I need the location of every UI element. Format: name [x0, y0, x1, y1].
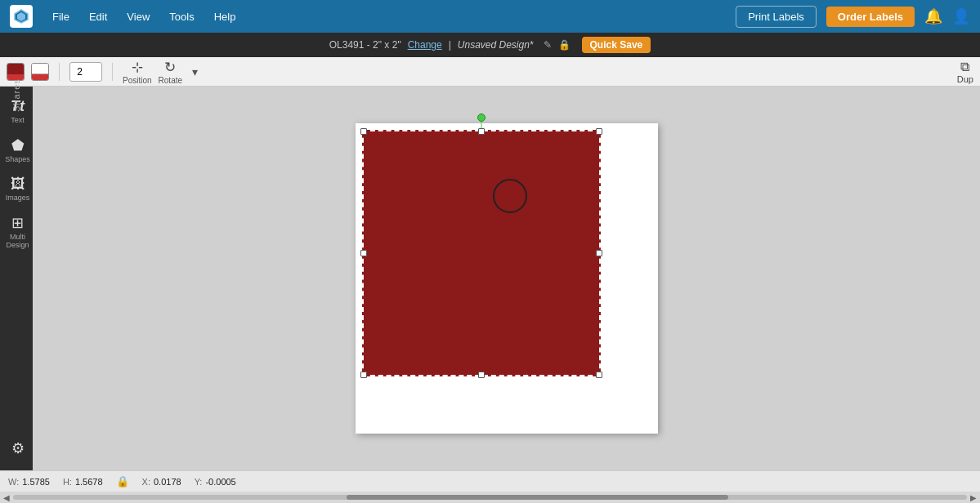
- quick-save-button[interactable]: Quick Save: [582, 37, 651, 53]
- multi-design-icon: ⊞: [11, 214, 24, 232]
- toolbar: ⊹ Position ↻ Rotate ▾ ⧉ Dup: [0, 57, 980, 87]
- settings-icon: ⚙: [11, 439, 25, 457]
- w-value: 1.5785: [22, 477, 50, 487]
- scroll-thumb[interactable]: [347, 495, 728, 500]
- multi-design-label: Multi Design: [6, 234, 29, 250]
- position-label: Position: [123, 76, 152, 85]
- x-stat: X: 0.0178: [142, 477, 181, 487]
- fill-color-swatch[interactable]: [7, 63, 25, 81]
- stroke-color-swatch[interactable]: [31, 63, 49, 81]
- notifications-button[interactable]: 🔔: [924, 7, 942, 25]
- y-stat: Y: -0.0005: [195, 477, 236, 487]
- stroke-color-top: [32, 64, 48, 74]
- label-canvas: [356, 123, 658, 434]
- lock-design-icon[interactable]: 🔒: [558, 39, 571, 51]
- text-label: Text: [11, 117, 25, 125]
- sidebar-item-shapes[interactable]: ⬟ Shapes: [0, 130, 33, 169]
- scroll-track[interactable]: [13, 495, 967, 500]
- shapes-label: Shapes: [5, 156, 30, 164]
- stroke-color-bottom: [32, 74, 48, 80]
- height-stat: H: 1.5678: [63, 477, 103, 487]
- shape-rectangle[interactable]: [362, 130, 601, 376]
- sidebar-item-settings[interactable]: ⚙: [0, 433, 33, 462]
- w-label: W:: [8, 477, 19, 487]
- h-label: H:: [63, 477, 72, 487]
- toolbar-separator-2: [112, 63, 113, 81]
- product-code: OL3491 - 2" x 2": [329, 39, 401, 51]
- y-value: -0.0005: [205, 477, 235, 487]
- change-link[interactable]: Change: [408, 39, 442, 51]
- left-sidebar: Shares Tt Text ⬟ Shapes 🖼 Images ⊞ Multi…: [0, 87, 33, 470]
- main-area: Shares Tt Text ⬟ Shapes 🖼 Images ⊞ Multi…: [0, 87, 980, 470]
- rotation-handle[interactable]: [477, 114, 486, 122]
- rotation-line: [481, 120, 481, 130]
- position-button[interactable]: ⊹ Position: [123, 59, 152, 85]
- rotate-label: Rotate: [159, 76, 182, 85]
- menu-file[interactable]: File: [52, 11, 69, 23]
- stroke-width-input[interactable]: [69, 62, 102, 82]
- lock-dimensions-icon[interactable]: 🔒: [116, 475, 129, 487]
- rotate-button[interactable]: ↻ Rotate: [159, 59, 182, 85]
- shapes-icon: ⬟: [11, 136, 25, 154]
- status-bar: W: 1.5785 H: 1.5678 🔒 X: 0.0178 Y: -0.00…: [0, 470, 980, 492]
- duplicate-label: Dup: [957, 74, 973, 84]
- y-label: Y:: [195, 477, 203, 487]
- toolbar-separator-1: [59, 63, 60, 81]
- horizontal-scrollbar[interactable]: ◀ ▶: [0, 492, 980, 503]
- fill-color-top: [7, 64, 24, 74]
- more-options-button[interactable]: ▾: [192, 65, 198, 78]
- x-label: X:: [142, 477, 150, 487]
- menu-tools[interactable]: Tools: [169, 11, 194, 23]
- duplicate-button[interactable]: ⧉ Dup: [957, 60, 973, 84]
- duplicate-icon: ⧉: [960, 60, 969, 74]
- scroll-right-arrow[interactable]: ▶: [970, 493, 977, 502]
- shares-label: Shares: [0, 87, 33, 112]
- toolbar-right-section: ⧉ Dup: [957, 60, 973, 84]
- x-value: 0.0178: [154, 477, 181, 487]
- menu-help[interactable]: Help: [214, 11, 236, 23]
- nav-right: Print Labels Order Labels 🔔 👤: [736, 6, 970, 28]
- scroll-left-arrow[interactable]: ◀: [3, 493, 10, 502]
- sidebar-item-multi-design[interactable]: ⊞ Multi Design: [0, 207, 33, 255]
- h-value: 1.5678: [75, 477, 103, 487]
- images-icon: 🖼: [11, 176, 25, 193]
- top-navigation: File Edit View Tools Help Print Labels O…: [0, 0, 980, 33]
- shape-circle-hole: [493, 179, 527, 213]
- user-avatar-button[interactable]: 👤: [952, 7, 970, 25]
- design-name: Unsaved Design*: [458, 39, 534, 51]
- images-label: Images: [6, 194, 30, 203]
- width-stat: W: 1.5785: [8, 477, 50, 487]
- sidebar-item-images[interactable]: 🖼 Images: [0, 169, 33, 207]
- canvas-area[interactable]: [33, 87, 980, 470]
- menu-view[interactable]: View: [127, 11, 150, 23]
- info-bar: OL3491 - 2" x 2" Change | Unsaved Design…: [0, 33, 980, 57]
- position-icon: ⊹: [132, 59, 143, 76]
- rotate-icon: ↻: [164, 59, 176, 76]
- menu-edit[interactable]: Edit: [89, 11, 107, 23]
- print-labels-button[interactable]: Print Labels: [736, 6, 817, 28]
- app-logo[interactable]: [10, 5, 33, 28]
- order-labels-button[interactable]: Order Labels: [826, 7, 915, 27]
- nav-left: File Edit View Tools Help: [10, 5, 235, 28]
- edit-design-name-icon[interactable]: ✎: [544, 39, 552, 51]
